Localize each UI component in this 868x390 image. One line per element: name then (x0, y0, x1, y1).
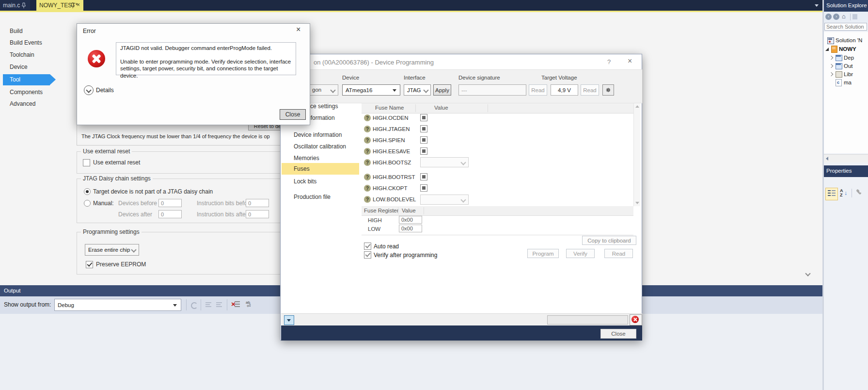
alphabetical-sort-icon[interactable]: A Z ↓ (840, 189, 850, 198)
sidebar-item-components[interactable]: Components (10, 89, 43, 96)
tree-row-output-files[interactable]: Out (824, 62, 868, 70)
auto-read-checkbox[interactable] (364, 243, 371, 250)
radio-manual[interactable] (84, 200, 91, 207)
interface-combobox[interactable]: JTAG (404, 84, 431, 96)
copy-to-clipboard-button[interactable]: Copy to clipboard (582, 236, 636, 245)
radio-target-not-in-chain[interactable] (84, 188, 91, 195)
help-icon[interactable]: ? (364, 126, 371, 132)
fuse-register-header-label[interactable]: Fuse Register (364, 208, 399, 213)
use-external-reset-checkbox[interactable] (83, 159, 90, 166)
device-combobox[interactable]: ATmega16 (342, 84, 400, 96)
nav-fuses[interactable]: Fuses (294, 165, 310, 172)
sidebar-item-advanced[interactable]: Advanced (10, 100, 35, 107)
sidebar-item-build[interactable]: Build (10, 28, 23, 34)
fuse-list-scrollbar[interactable] (633, 103, 640, 206)
tree-row-project[interactable]: NOWY (824, 45, 868, 53)
nav-memories[interactable]: Memories (294, 155, 319, 162)
help-icon[interactable]: ? (364, 185, 371, 192)
fuse-checkbox-eesave[interactable] (420, 147, 427, 155)
categorized-icon[interactable] (825, 188, 838, 200)
next-message-icon[interactable] (215, 301, 223, 309)
home-icon[interactable]: ⌂ (842, 13, 846, 20)
fuse-checkbox-ocden[interactable] (420, 114, 427, 121)
error-dialog-close-icon[interactable]: × (296, 25, 300, 34)
dialog-close-icon[interactable]: × (628, 57, 632, 65)
pin-icon[interactable] (21, 2, 26, 8)
verify-button[interactable]: Verify (566, 249, 595, 258)
fuse-checkbox-jtagen[interactable] (420, 125, 427, 132)
wrench-icon[interactable] (854, 189, 863, 198)
dialog-close-button[interactable]: Close (600, 329, 636, 339)
sidebar-item-toolchain[interactable]: Toolchain (10, 51, 34, 58)
apply-button[interactable]: Apply (433, 84, 451, 96)
pin-icon[interactable] (70, 2, 75, 8)
fuse-checkbox-ckopt[interactable] (420, 184, 427, 192)
back-icon[interactable]: ‹ (825, 14, 832, 20)
tab-close-icon[interactable]: × (77, 1, 80, 8)
tab-main-c[interactable]: main.c (0, 0, 30, 11)
program-button[interactable]: Program (527, 249, 559, 258)
dialog-help-icon[interactable]: ? (607, 58, 611, 65)
tree-row-solution[interactable]: Solution 'N (824, 36, 868, 45)
preserve-eeprom-checkbox[interactable] (86, 261, 93, 268)
erase-mode-dropdown[interactable]: Erase entire chip (85, 244, 139, 256)
help-icon[interactable]: ? (364, 148, 371, 155)
fuse-dropdown-bootsz[interactable] (420, 157, 469, 167)
status-dropdown-button[interactable] (284, 315, 294, 325)
collapsed-arrow-icon[interactable] (829, 72, 833, 76)
tree-row-main-c[interactable]: c ma (824, 79, 868, 87)
target-voltage-field[interactable]: 4,9 V (551, 84, 578, 96)
sidebar-item-device[interactable]: Device (10, 64, 28, 70)
register-low-input[interactable] (399, 225, 422, 232)
fuse-register-value-header[interactable]: Value (402, 208, 416, 213)
fuse-value-header[interactable]: Value (434, 105, 448, 111)
instruction-bits-after-input[interactable] (246, 210, 269, 218)
clear-all-icon[interactable]: × (232, 300, 240, 309)
help-icon[interactable]: ? (364, 196, 371, 203)
collapsed-arrow-icon[interactable] (829, 64, 833, 68)
output-source-combobox[interactable]: Debug (54, 299, 181, 311)
settings-gear-button[interactable] (602, 84, 614, 96)
nav-lock-bits[interactable]: Lock bits (294, 178, 316, 185)
error-close-button[interactable]: Close (280, 109, 306, 120)
signature-read-button[interactable]: Read (529, 84, 547, 96)
word-wrap-icon[interactable]: ab ⏎ (245, 300, 254, 309)
device-signature-field[interactable]: --- (458, 84, 526, 96)
tree-row-dependencies[interactable]: Dep (824, 54, 868, 62)
scroll-down-icon[interactable] (635, 202, 639, 204)
solution-search-input[interactable] (824, 23, 867, 31)
fuse-checkbox-spien[interactable] (420, 136, 427, 144)
nav-oscillator-calibration[interactable]: Oscillator calibration (294, 143, 346, 150)
expanded-arrow-icon[interactable] (825, 48, 829, 51)
solution-explorer-hscrollbar[interactable] (824, 154, 868, 162)
status-error-button[interactable] (630, 314, 642, 325)
previous-message-icon[interactable] (205, 301, 212, 309)
voltage-read-button[interactable]: Read (581, 84, 599, 96)
nav-production-file[interactable]: Production file (294, 194, 331, 200)
help-icon[interactable]: ? (364, 114, 371, 121)
nav-device-information[interactable]: Device information (294, 131, 342, 138)
help-icon[interactable]: ? (364, 159, 371, 166)
help-icon[interactable]: ? (364, 174, 371, 180)
find-message-icon[interactable] (190, 301, 198, 309)
devices-before-input[interactable] (158, 199, 182, 207)
devices-after-input[interactable] (158, 210, 182, 218)
scroll-left-icon[interactable] (826, 157, 828, 161)
fuse-checkbox-bootrst[interactable] (420, 173, 427, 180)
fuse-dropdown-bodlevel[interactable] (420, 195, 469, 205)
verify-after-programming-checkbox[interactable] (364, 251, 371, 259)
collapsed-arrow-icon[interactable] (829, 56, 833, 60)
instruction-bits-before-input[interactable] (246, 199, 269, 207)
read-button[interactable]: Read (604, 249, 633, 258)
details-expander-icon[interactable] (84, 85, 94, 95)
details-label[interactable]: Details (96, 87, 114, 94)
sidebar-item-build-events[interactable]: Build Events (10, 39, 42, 46)
register-high-input[interactable] (399, 216, 422, 224)
forward-icon[interactable]: › (833, 14, 839, 20)
tree-row-libraries[interactable]: Libr (824, 70, 868, 79)
toolbar-extra-icon[interactable] (852, 14, 857, 19)
tab-nowy-test[interactable]: NOWY_TEST* × (36, 0, 83, 11)
fuse-name-header[interactable]: Fuse Name (375, 105, 404, 111)
sidebar-item-tool[interactable]: Tool (10, 76, 20, 83)
status-text-field[interactable] (547, 315, 628, 325)
